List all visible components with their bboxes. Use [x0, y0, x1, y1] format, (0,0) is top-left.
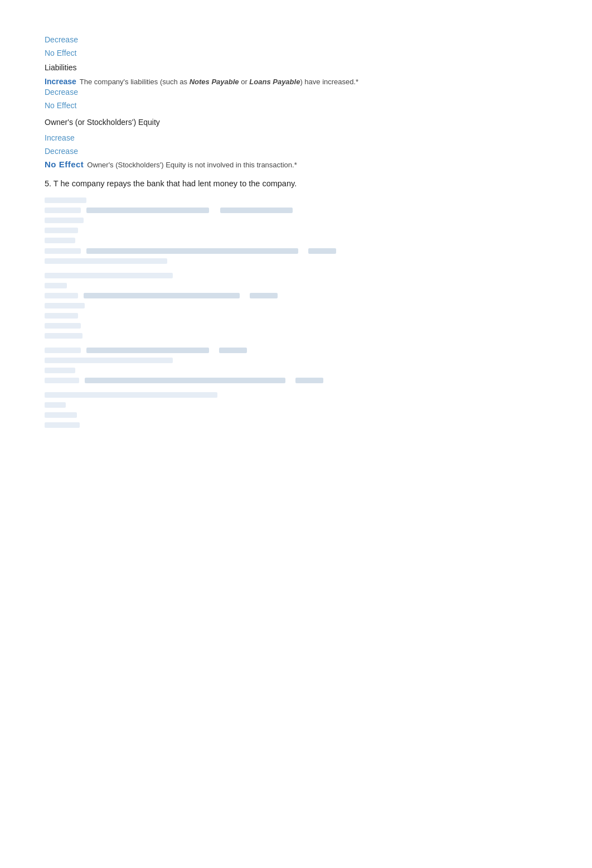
increase-explanation-1: The company's liabilities (such as Notes…	[80, 78, 358, 86]
blur-label	[45, 422, 80, 428]
section5-container: 5. T he company repays the bank that had…	[45, 179, 547, 430]
blur-text	[86, 348, 209, 353]
increase-link-2[interactable]: Increase	[45, 132, 547, 145]
blur-text	[295, 378, 323, 383]
blur-label	[45, 293, 78, 298]
blur-text	[220, 208, 293, 213]
blur-label	[45, 258, 167, 264]
top-section: Decrease No Effect Liabilities Increase …	[45, 33, 547, 169]
blur-label	[45, 273, 173, 278]
decrease-link-2[interactable]: Decrease	[45, 86, 547, 99]
blur-label	[45, 348, 81, 353]
blur-label	[45, 197, 86, 203]
blurred-group-3	[45, 346, 547, 385]
noeffect-link-2[interactable]: No Effect	[45, 99, 547, 113]
blur-label	[45, 208, 81, 213]
blurred-group-4	[45, 390, 547, 430]
noeffect-explanation-3: Owner's (Stockholders') Equity is not in…	[87, 161, 297, 169]
equity-label: Owner's (or Stockholders') Equity	[45, 115, 547, 130]
blur-label	[45, 248, 81, 254]
blur-text	[308, 248, 336, 254]
increase-row-1: Increase The company's liabilities (such…	[45, 77, 547, 86]
blur-label	[45, 368, 75, 373]
blur-label	[45, 358, 173, 363]
blur-label	[45, 378, 79, 383]
blur-label	[45, 303, 85, 308]
blur-text	[84, 293, 240, 298]
blurred-group-1	[45, 196, 547, 266]
noeffect-row-3: No Effect Owner's (Stockholders') Equity…	[45, 160, 547, 169]
blur-label	[45, 323, 81, 329]
blur-label	[45, 402, 66, 408]
blur-text	[250, 293, 278, 298]
increase-link-1[interactable]: Increase	[45, 77, 76, 86]
blurred-content	[45, 196, 547, 430]
noeffect-link-3[interactable]: No Effect	[45, 160, 84, 169]
noeffect-link-1[interactable]: No Effect	[45, 47, 547, 60]
blur-label	[45, 333, 83, 339]
blur-label	[45, 412, 77, 418]
blur-text	[219, 348, 247, 353]
liabilities-label: Liabilities	[45, 60, 547, 75]
blur-text	[85, 378, 285, 383]
decrease-link-3[interactable]: Decrease	[45, 145, 547, 158]
blur-label	[45, 313, 78, 319]
blur-label	[45, 238, 75, 243]
blur-label	[45, 392, 217, 398]
blur-text	[86, 248, 298, 254]
decrease-link-1[interactable]: Decrease	[45, 33, 547, 47]
blur-label	[45, 218, 84, 223]
blur-text	[86, 208, 209, 213]
blurred-group-2	[45, 271, 547, 340]
section5-statement: 5. T he company repays the bank that had…	[45, 179, 547, 188]
blur-label	[45, 228, 78, 233]
blur-label	[45, 283, 67, 288]
